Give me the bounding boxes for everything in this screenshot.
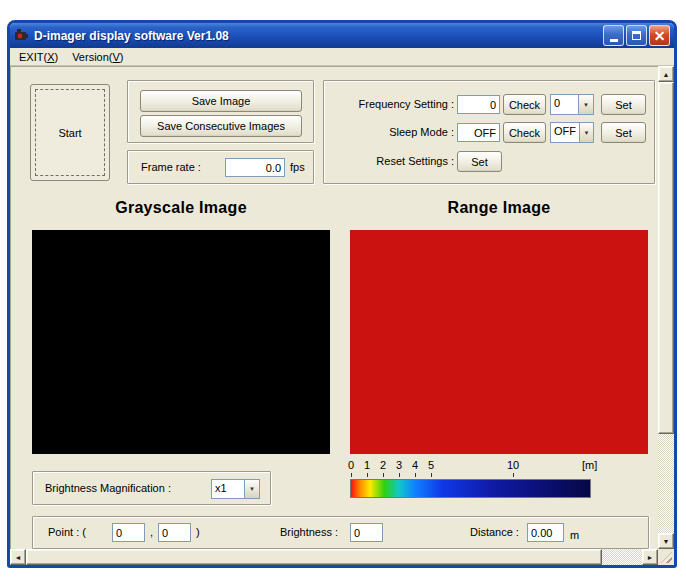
- menu-version-text-end: ): [120, 51, 124, 63]
- start-button[interactable]: Start: [30, 84, 110, 181]
- scale-unit: [m]: [582, 459, 597, 471]
- content-area: Start Save Image Save Consecutive Images…: [10, 66, 658, 549]
- sleep-mode-select[interactable]: OFF ▼: [550, 122, 594, 143]
- titlebar[interactable]: D-imager display software Ver1.08 ✕: [10, 23, 674, 48]
- save-group: Save Image Save Consecutive Images: [127, 80, 314, 143]
- frame-rate-label: Frame rate :: [141, 161, 201, 173]
- scale-tick: 4: [412, 459, 418, 471]
- brightness-magnification-label: Brightness Magnification :: [45, 482, 171, 494]
- scroll-left-button[interactable]: ◄: [10, 549, 26, 565]
- magnification-group: Brightness Magnification : x1 ▼: [32, 471, 271, 505]
- reset-settings-label: Reset Settings :: [332, 155, 454, 167]
- maximize-icon: [632, 31, 641, 40]
- scale-tick-mark: [351, 473, 352, 477]
- app-window: D-imager display software Ver1.08 ✕ EXIT…: [7, 20, 677, 568]
- horizontal-scroll-thumb[interactable]: [26, 549, 602, 565]
- menu-item-version[interactable]: Version(V): [65, 49, 130, 65]
- device-settings-group: Frequency Setting : Check 0 ▼ Set Sleep …: [323, 80, 655, 184]
- scale-tick: 0: [348, 459, 354, 471]
- menu-exit-text-end: ): [54, 51, 58, 63]
- scale-tick: 5: [428, 459, 434, 471]
- save-image-button[interactable]: Save Image: [140, 90, 302, 112]
- scale-tick-mark: [383, 473, 384, 477]
- point-y-field[interactable]: [158, 523, 191, 542]
- grayscale-image[interactable]: [32, 230, 330, 454]
- close-button[interactable]: ✕: [649, 25, 670, 46]
- vertical-scroll-thumb[interactable]: [658, 82, 674, 434]
- scroll-up-button[interactable]: ▲: [658, 66, 674, 82]
- scale-tick-mark: [399, 473, 400, 477]
- scrollbar-corner: [658, 549, 674, 565]
- distance-label: Distance :: [470, 526, 519, 538]
- close-icon: ✕: [654, 29, 666, 43]
- scale-tick: 2: [380, 459, 386, 471]
- point-x-field[interactable]: [112, 523, 145, 542]
- brightness-label: Brightness :: [280, 526, 338, 538]
- menu-version-text: Version(: [72, 51, 112, 63]
- scale-tick: 1: [364, 459, 370, 471]
- range-image[interactable]: [350, 230, 648, 454]
- menu-item-exit[interactable]: EXIT(X): [12, 49, 65, 65]
- frequency-setting-label: Frequency Setting :: [332, 98, 454, 110]
- scroll-down-icon: ▼: [663, 538, 670, 545]
- resize-grip-icon[interactable]: [661, 552, 672, 563]
- window-title: D-imager display software Ver1.08: [34, 29, 601, 43]
- scale-tick-mark: [513, 473, 514, 477]
- menu-version-key: V: [113, 51, 120, 63]
- frequency-select[interactable]: 0 ▼: [550, 94, 594, 115]
- sleep-set-button[interactable]: Set: [601, 122, 646, 143]
- app-icon[interactable]: [14, 28, 29, 43]
- frequency-select-value: 0: [551, 95, 578, 114]
- grayscale-image-title: Grayscale Image: [32, 199, 330, 217]
- scroll-right-button[interactable]: ►: [642, 549, 658, 565]
- chevron-down-icon[interactable]: ▼: [578, 95, 593, 114]
- menubar: EXIT(X) Version(V): [10, 48, 674, 66]
- scroll-left-icon: ◄: [15, 554, 22, 561]
- scale-tick-mark: [431, 473, 432, 477]
- desktop: { "window": { "title": "D-imager display…: [0, 0, 686, 582]
- point-separator: ,: [150, 526, 153, 538]
- chevron-down-icon[interactable]: ▼: [244, 480, 259, 498]
- range-colorbar: [350, 479, 591, 498]
- vertical-scrollbar[interactable]: ▲ ▼: [658, 66, 674, 549]
- sleep-check-button[interactable]: Check: [503, 122, 546, 143]
- scroll-right-icon: ►: [647, 554, 654, 561]
- magnification-select-value: x1: [212, 480, 244, 498]
- maximize-button[interactable]: [626, 25, 647, 46]
- frame-rate-field[interactable]: [225, 158, 285, 177]
- brightness-field[interactable]: [350, 523, 383, 542]
- chevron-down-icon[interactable]: ▼: [579, 123, 593, 142]
- client-area: Start Save Image Save Consecutive Images…: [10, 66, 674, 565]
- frame-rate-group: Frame rate : fps: [127, 150, 314, 184]
- point-close: ): [196, 526, 200, 538]
- frequency-set-button[interactable]: Set: [601, 94, 646, 115]
- status-group: Point : ( , ) Brightness : Distance : m: [32, 516, 649, 549]
- sleep-mode-select-value: OFF: [551, 123, 579, 142]
- scroll-up-icon: ▲: [663, 71, 670, 78]
- scale-tick: 10: [507, 459, 519, 471]
- distance-unit: m: [570, 529, 579, 541]
- frequency-check-button[interactable]: Check: [503, 94, 546, 115]
- point-label: Point : (: [48, 526, 86, 538]
- save-consecutive-images-button[interactable]: Save Consecutive Images: [140, 115, 302, 137]
- scale-tick: 3: [396, 459, 402, 471]
- scale-tick-mark: [367, 473, 368, 477]
- horizontal-scrollbar[interactable]: ◄ ►: [10, 549, 658, 565]
- range-image-title: Range Image: [350, 199, 648, 217]
- sleep-mode-field[interactable]: [457, 123, 500, 142]
- distance-field[interactable]: [527, 523, 564, 542]
- magnification-select[interactable]: x1 ▼: [211, 479, 260, 499]
- scale-tick-mark: [415, 473, 416, 477]
- sleep-mode-label: Sleep Mode :: [332, 126, 454, 138]
- minimize-icon: [610, 39, 618, 42]
- range-scale: 0 1 2 3 4 5 10 [m]: [350, 457, 602, 503]
- menu-exit-text: EXIT(: [19, 51, 47, 63]
- minimize-button[interactable]: [603, 25, 624, 46]
- frame-rate-unit: fps: [290, 161, 305, 173]
- scroll-down-button[interactable]: ▼: [658, 533, 674, 549]
- frequency-field[interactable]: [457, 95, 500, 114]
- reset-set-button[interactable]: Set: [457, 151, 502, 172]
